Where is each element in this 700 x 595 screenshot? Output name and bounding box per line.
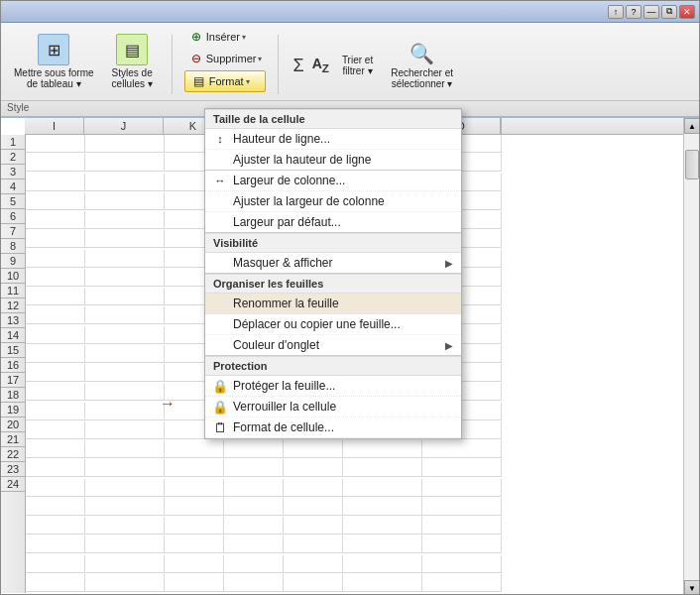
menu-renommer[interactable]: Renommer la feuille (205, 294, 461, 314)
row-11: 11 (1, 284, 25, 298)
rechercher-icon: 🔍 (409, 42, 434, 65)
row-10: 10 (1, 269, 25, 284)
mettre-sous-forme-btn[interactable]: ⊞ Mettre sous formede tableau ▾ (7, 31, 101, 92)
close-btn[interactable]: ✕ (679, 5, 695, 19)
row-15: 15 (1, 343, 25, 358)
red-arrow-indicator: → (160, 395, 175, 413)
row-3: 3 (1, 165, 25, 179)
couleur-label: Couleur d'onglet (233, 338, 319, 352)
style-label: Style (7, 102, 29, 113)
row-9: 9 (1, 254, 25, 269)
rechercher-btn[interactable]: 🔍 Rechercher etsélectionner ▾ (384, 39, 460, 92)
row-7: 7 (1, 224, 25, 239)
trier-label: Trier etfiltrer ▾ (342, 55, 373, 76)
menu-largeur-colonne[interactable]: ↔ Largeur de colonne... (205, 171, 461, 191)
restore-btn[interactable]: ⧉ (661, 5, 677, 19)
row-headers: 1 2 3 4 5 6 7 8 9 10 11 12 13 14 15 16 1… (1, 135, 26, 593)
menu-ajuster-hauteur[interactable]: Ajuster la hauteur de ligne (205, 150, 461, 171)
menu-hauteur-ligne[interactable]: ↕ Hauteur de ligne... (205, 129, 461, 150)
row-1: 1 (1, 135, 25, 150)
section-taille: Taille de la cellule (205, 109, 461, 129)
section-protection: Protection (205, 356, 461, 376)
mettre-sous-forme-label: Mettre sous formede tableau ▾ (14, 67, 94, 89)
menu-format-cellule[interactable]: 🗒 Format de cellule... (205, 417, 461, 438)
row-4: 4 (1, 179, 25, 194)
styles-cellules-label: Styles decellules ▾ (112, 67, 153, 89)
row-20: 20 (1, 417, 25, 432)
row-17: 17 (1, 373, 25, 388)
ajuster-hauteur-label: Ajuster la hauteur de ligne (233, 153, 371, 167)
scroll-up-btn[interactable]: ▲ (684, 118, 699, 134)
menu-masquer-afficher[interactable]: Masquer & afficher ▶ (205, 253, 461, 274)
inserer-icon: ⊕ (188, 29, 204, 45)
row-23: 23 (1, 462, 25, 477)
separator-2 (278, 35, 279, 94)
supprimer-arrow: ▾ (258, 55, 262, 63)
proteger-label: Protéger la feuille... (233, 379, 335, 393)
hauteur-label: Hauteur de ligne... (233, 132, 330, 146)
row-14: 14 (1, 328, 25, 343)
row-18: 18 (1, 388, 25, 403)
masquer-arrow: ▶ (445, 258, 453, 269)
scrollbar-corner (501, 118, 517, 134)
supprimer-label: Supprimer (206, 53, 257, 64)
row-16: 16 (1, 358, 25, 373)
renommer-label: Renommer la feuille (233, 297, 339, 310)
az-icon: AZ (310, 54, 331, 78)
menu-verrouiller[interactable]: 🔒 Verrouiller la cellule (205, 397, 461, 417)
format-label: Format (209, 75, 244, 87)
section-organiser: Organiser les feuilles (205, 274, 461, 294)
row-5: 5 (1, 194, 25, 209)
rechercher-label: Rechercher etsélectionner ▾ (391, 67, 453, 89)
trier-btn[interactable]: Trier etfiltrer ▾ (335, 52, 380, 79)
verrouiller-label: Verrouiller la cellule (233, 400, 336, 414)
help-icon-btn[interactable]: ? (626, 5, 642, 19)
menu-proteger[interactable]: 🔒 Protéger la feuille... (205, 376, 461, 397)
style-group: ⊞ Mettre sous formede tableau ▾ ▤ Styles… (7, 31, 160, 94)
scroll-down-btn[interactable]: ▼ (684, 580, 699, 595)
title-bar: ↑ ? — ⧉ ✕ (1, 1, 699, 23)
row-24: 24 (1, 477, 25, 492)
scroll-thumb[interactable] (685, 150, 699, 179)
row-19: 19 (1, 403, 25, 417)
row-8: 8 (1, 239, 25, 254)
row-22: 22 (1, 447, 25, 462)
styles-cellules-icon: ▤ (116, 34, 148, 65)
col-header-I: I (25, 118, 84, 134)
section-visibilite: Visibilité (205, 233, 461, 253)
help-btn[interactable]: ↑ (608, 5, 624, 19)
menu-ajuster-largeur[interactable]: Ajuster la largeur de colonne (205, 191, 461, 212)
supprimer-btn[interactable]: ⊖ Supprimer ▾ (184, 49, 267, 68)
separator-1 (172, 35, 173, 94)
styles-cellules-btn[interactable]: ▤ Styles decellules ▾ (105, 31, 160, 92)
verrouiller-icon: 🔒 (211, 398, 229, 416)
format-cellule-icon: 🗒 (211, 418, 229, 436)
format-arrow: ▾ (246, 77, 250, 86)
inserer-btn[interactable]: ⊕ Insérer ▾ (184, 27, 267, 47)
edition-group: Σ AZ Trier etfiltrer ▾ 🔍 Rechercher etsé… (291, 39, 460, 94)
format-btn[interactable]: ▤ Format ▾ (184, 70, 267, 92)
hauteur-icon: ↕ (211, 130, 229, 148)
sigma-az-group: Σ AZ (291, 54, 330, 78)
inserer-arrow: ▾ (242, 33, 246, 42)
row-2: 2 (1, 150, 25, 165)
proteger-icon: 🔒 (211, 377, 229, 395)
col-header-J: J (84, 118, 164, 134)
largeur-icon: ↔ (211, 172, 229, 189)
menu-couleur-onglet[interactable]: Couleur d'onglet ▶ (205, 335, 461, 356)
menu-deplacer[interactable]: Déplacer ou copier une feuille... (205, 314, 461, 335)
ajuster-largeur-label: Ajuster la largeur de colonne (233, 194, 385, 208)
largeur-defaut-label: Largeur par défaut... (233, 215, 341, 229)
sigma-az-row: Σ AZ (291, 54, 330, 78)
title-bar-buttons[interactable]: ↑ ? — ⧉ ✕ (608, 5, 695, 19)
row-6: 6 (1, 209, 25, 224)
format-cellule-label: Format de cellule... (233, 420, 334, 434)
main-content: ⊞ Mettre sous formede tableau ▾ ▤ Styles… (1, 23, 699, 595)
masquer-label: Masquer & afficher (233, 256, 333, 270)
scrollbar-vertical[interactable]: ▲ ▼ (683, 118, 699, 595)
supprimer-icon: ⊖ (188, 51, 204, 66)
menu-largeur-defaut[interactable]: Largeur par défaut... (205, 212, 461, 233)
format-icon: ▤ (191, 73, 207, 89)
minimize-btn[interactable]: — (643, 5, 659, 19)
deplacer-label: Déplacer ou copier une feuille... (233, 317, 401, 331)
